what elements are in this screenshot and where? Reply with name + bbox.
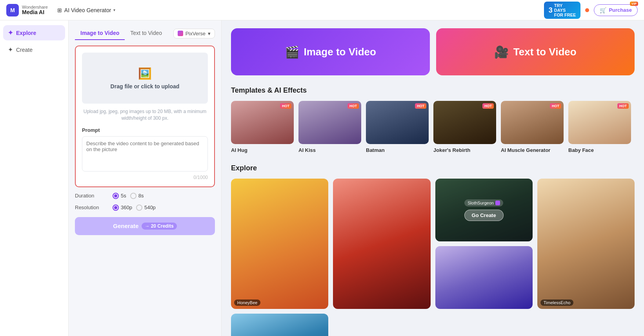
explore-card-ribbons[interactable] [333,179,430,309]
explore-label-retro: TimelessEcho [540,299,574,306]
template-thumb-muscle: HOT [501,101,564,144]
duration-options: 5s 8s [113,193,144,199]
explore-thumb-beach [231,314,328,336]
template-thumb-batman: HOT [366,101,429,144]
provider-name: PixVerse [186,31,206,37]
hot-badge: HOT [550,103,561,109]
sidebar-item-create[interactable]: ✦ Create [3,42,65,57]
creator-name: SlothSurgeon [468,201,494,205]
go-create-overlay: SlothSurgeon Go Create [435,179,533,241]
panel-tabs: Image to Video Text to Video PixVerse ▾ [75,27,215,40]
explore-card-beach[interactable] [231,314,328,336]
hot-badge: HOT [617,103,629,109]
char-count: 0/1000 [82,175,208,180]
try-line3: FOR FREE [554,13,576,17]
creator-icon [495,201,500,205]
sidebar-item-create-label: Create [16,47,33,53]
creator-badge: SlothSurgeon [464,199,503,206]
sidebar-item-explore[interactable]: ✦ Explore [3,25,65,40]
collapse-handle[interactable]: › [221,170,222,186]
template-name-baby-face: Baby Face [568,147,631,153]
generate-button[interactable]: Generate → 20 Credits [75,217,215,235]
explore-thumb-anime [435,246,533,309]
templates-title: Templates & AI Effects [231,86,635,95]
template-joker[interactable]: HOT Joker's Rebirth [433,101,496,153]
hot-badge: HOT [415,103,426,109]
template-ai-kiss[interactable]: HOT AI Kiss [298,101,361,153]
logo-icon: M [6,4,19,16]
resolution-row: Resolution 360p 540p [75,205,215,211]
template-name-joker: Joker's Rebirth [433,147,496,153]
prompt-textarea[interactable] [82,136,208,172]
resolution-540p[interactable]: 540p [136,205,156,211]
template-ai-hug[interactable]: HOT AI Hug [231,101,294,153]
template-baby-face[interactable]: HOT Baby Face [568,101,631,153]
main-layout: ✦ Explore ✦ Create Image to Video Text t… [0,20,644,336]
right-content: 🎬 Image to Video 🎥 Text to Video Templat… [222,20,644,336]
duration-8s-label: 8s [138,193,144,199]
explore-card-sloth[interactable]: SlothSurgeon Go Create [435,179,533,241]
hot-badge: HOT [280,103,291,109]
upload-zone[interactable]: 🖼️ Drag file or click to upload [82,53,208,104]
duration-8s[interactable]: 8s [130,193,144,199]
notification-dot [585,8,589,12]
hero-image-to-video[interactable]: 🎬 Image to Video [231,28,430,75]
vip-badge: VIP [630,2,638,6]
logo: M Wondershare Media AI [6,4,48,16]
create-icon: ✦ [8,46,13,53]
hot-badge: HOT [482,103,494,109]
duration-5s[interactable]: 5s [113,193,126,199]
templates-grid: HOT AI Hug HOT AI Kiss HOT Batman HOT [231,101,635,153]
header-left: M Wondershare Media AI ⊞ AI Video Genera… [6,4,118,16]
template-thumb-joker: HOT [433,101,496,144]
duration-label: Duration [75,193,106,199]
tab-image-to-video[interactable]: Image to Video [75,27,125,40]
radio-8s [130,193,136,199]
try-banner[interactable]: 3 TRY DAYS FOR FREE [544,2,581,19]
hero-img-to-vid-label: Image to Video [304,46,376,58]
provider-selector[interactable]: PixVerse ▾ [173,29,215,38]
explore-card-anime[interactable] [435,246,533,309]
resolution-options: 360p 540p [113,205,156,211]
hero-text-to-video[interactable]: 🎥 Text to Video [436,28,635,75]
nav-label: AI Video Generator [64,7,111,13]
explore-thumb-honeybee [231,179,328,309]
explore-label-honeybee: HoneyBee [234,299,260,306]
provider-dot [178,31,183,36]
duration-5s-label: 5s [121,193,126,199]
try-text: TRY DAYS FOR FREE [554,3,576,17]
text-to-video-icon: 🎥 [494,45,509,59]
duration-row: Duration 5s 8s [75,193,215,199]
generate-label: Generate [113,223,138,229]
upload-hint: Upload jpg, jpeg, png images up to 20 MB… [82,108,208,122]
template-batman[interactable]: HOT Batman [366,101,429,153]
prompt-label: Prompt [82,127,208,133]
go-create-button[interactable]: Go Create [464,210,504,221]
upload-icon: 🖼️ [138,67,152,80]
nav-ai-video[interactable]: ⊞ AI Video Generator ▾ [54,5,119,15]
template-muscle[interactable]: HOT AI Muscle Generator [501,101,564,153]
hero-txt-to-vid-label: Text to Video [513,46,577,58]
explore-card-retro[interactable]: TimelessEcho [537,179,635,309]
explore-card-honeybee[interactable]: HoneyBee [231,179,328,309]
sidebar: ✦ Explore ✦ Create [0,20,69,336]
resolution-360p[interactable]: 360p [113,205,132,211]
template-thumb-ai-kiss: HOT [298,101,361,144]
header-right: 3 TRY DAYS FOR FREE 🛒 Purchase VIP [544,2,638,19]
sidebar-item-explore-label: Explore [16,30,36,36]
radio-360p [113,205,119,211]
cart-icon: 🛒 [600,7,606,13]
radio-5s [113,193,119,199]
tab-text-to-video[interactable]: Text to Video [125,27,167,40]
image-to-video-icon: 🎬 [285,45,299,59]
left-panel: Image to Video Text to Video PixVerse ▾ … [69,20,222,336]
chevron-down-icon: ▾ [113,8,115,12]
template-thumb-baby-face: HOT [568,101,631,144]
explore-icon: ✦ [8,29,13,37]
explore-grid: HoneyBee SlothSurgeon Go Create [231,179,635,336]
logo-product: Media AI [22,9,48,15]
try-line1: TRY [554,3,576,8]
purchase-button[interactable]: 🛒 Purchase VIP [594,4,638,16]
tabs-group: Image to Video Text to Video [75,27,167,40]
resolution-360p-label: 360p [121,205,132,210]
